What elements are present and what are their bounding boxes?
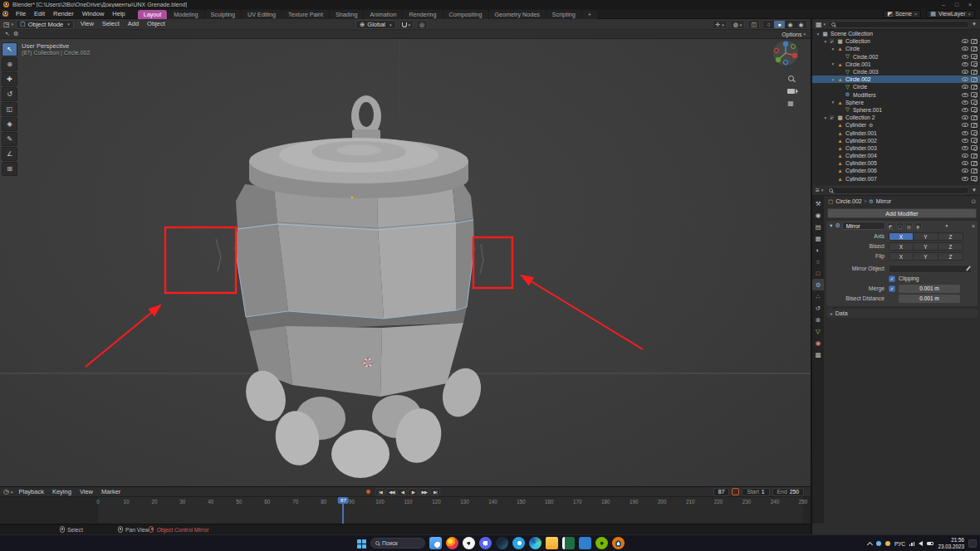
scale-tool[interactable]: ◱: [2, 102, 17, 116]
transform-tool[interactable]: ◈: [2, 117, 17, 131]
preview-range-icon[interactable]: [732, 488, 739, 495]
viewport-menu-view[interactable]: View: [76, 19, 98, 29]
hide-in-viewport-eye-icon[interactable]: [962, 115, 968, 119]
taskbar-icon-steam[interactable]: [496, 537, 508, 549]
workspace-tab-shading[interactable]: Shading: [330, 10, 363, 19]
flip-x-toggle[interactable]: X: [889, 252, 914, 261]
taskbar-icon-blender[interactable]: [612, 537, 625, 549]
volume-icon[interactable]: [919, 541, 923, 546]
xray-toggle[interactable]: ◫: [747, 20, 760, 29]
navigation-gizmo[interactable]: [772, 40, 799, 66]
move-tool[interactable]: ✚: [2, 72, 17, 86]
viewlayer-selector[interactable]: ▤ ViewLayer ×: [926, 10, 975, 18]
next-keyframe[interactable]: ▶▶: [419, 488, 429, 496]
editor-type-icon[interactable]: ◳▾: [3, 21, 13, 28]
outliner-row[interactable]: ▾▲Circle.001: [812, 61, 980, 68]
notifications-icon[interactable]: [968, 539, 977, 548]
outliner-row[interactable]: ▽Circle.002: [812, 53, 980, 61]
taskbar-icon-explorer[interactable]: [546, 537, 558, 549]
disable-in-render-camera-icon[interactable]: [971, 123, 978, 128]
hide-in-viewport-eye-icon[interactable]: [962, 39, 968, 43]
menu-window[interactable]: Window: [78, 9, 109, 19]
viewport-menu-add[interactable]: Add: [124, 19, 143, 29]
battery-icon[interactable]: [927, 542, 933, 545]
disclosure-expanded-icon[interactable]: ▾: [830, 61, 836, 66]
data-section[interactable]: ▸ Data: [826, 309, 978, 318]
properties-editor-icon[interactable]: ≡▾: [816, 187, 823, 194]
hide-in-viewport-eye-icon[interactable]: [962, 85, 968, 89]
menu-file[interactable]: File: [12, 9, 30, 19]
timeline-menu-marker[interactable]: Marker: [97, 487, 125, 497]
workspace-tab-uv-editing[interactable]: UV Editing: [242, 10, 282, 19]
outliner-row[interactable]: ▲Cylinder.005: [812, 159, 980, 167]
show-realtime-icon[interactable]: ▤: [905, 222, 913, 230]
properties-filter-icon[interactable]: ▼: [972, 188, 977, 193]
axis-y-toggle[interactable]: Y: [914, 232, 938, 241]
disable-in-render-camera-icon[interactable]: [971, 85, 978, 90]
add-cube-tool[interactable]: ⊞: [2, 162, 17, 176]
camera-view-icon[interactable]: [785, 85, 796, 96]
properties-tab-world[interactable]: ○: [812, 256, 824, 267]
properties-tab-scene[interactable]: ◐: [812, 244, 824, 256]
timeline-menu-keying[interactable]: Keying: [48, 487, 76, 497]
viewport-menu-select[interactable]: Select: [98, 19, 124, 29]
toggle-ortho-icon[interactable]: ▦: [785, 98, 796, 109]
previous-keyframe[interactable]: ◀◀: [386, 488, 396, 496]
tray-expand-icon[interactable]: [867, 541, 873, 547]
taskbar-icon-nvidia[interactable]: [595, 537, 608, 549]
outliner-filter-icon[interactable]: ▼: [972, 22, 977, 27]
overlays-dropdown[interactable]: ◍▾: [730, 20, 746, 29]
breadcrumb-modifier[interactable]: Mirror: [876, 198, 891, 204]
outliner-row[interactable]: ▾▲Circle.002: [812, 76, 980, 83]
eyedropper-icon[interactable]: [966, 266, 971, 271]
menu-edit[interactable]: Edit: [30, 9, 49, 19]
snap-magnet-icon[interactable]: ▾: [399, 20, 414, 29]
playhead[interactable]: 87: [342, 497, 344, 524]
hide-in-viewport-eye-icon[interactable]: [962, 154, 968, 158]
disable-in-render-camera-icon[interactable]: [971, 46, 978, 51]
disable-in-render-camera-icon[interactable]: [971, 54, 978, 59]
tray-app-icon-2[interactable]: [885, 541, 890, 546]
outliner-row[interactable]: ▲Cylinder.001: [812, 129, 980, 136]
gizmos-dropdown[interactable]: ✛▾: [712, 20, 727, 29]
properties-search-input[interactable]: [826, 187, 969, 194]
jump-to-end[interactable]: ▶|: [430, 488, 440, 496]
zoom-icon[interactable]: [785, 73, 796, 84]
mode-dropdown[interactable]: ▢ Object Mode ▾: [16, 20, 74, 29]
outliner-row[interactable]: ▲Cylinder.006: [812, 167, 980, 174]
timeline-menu-playback[interactable]: Playback: [15, 487, 48, 497]
outliner-row[interactable]: ▲Cylinder⚙: [812, 121, 980, 129]
proportional-edit-icon[interactable]: ◎: [416, 20, 428, 29]
disclosure-expanded-icon[interactable]: ▾: [822, 39, 829, 44]
disable-in-render-camera-icon[interactable]: [971, 61, 978, 66]
clipping-checkbox[interactable]: ✓: [889, 276, 895, 282]
disable-in-render-camera-icon[interactable]: [971, 39, 978, 44]
hide-in-viewport-eye-icon[interactable]: [962, 55, 968, 59]
properties-tab-physics[interactable]: ↺: [812, 302, 824, 314]
taskbar-icon-chatgpt[interactable]: [463, 537, 475, 549]
menu-render[interactable]: Render: [49, 9, 78, 19]
outliner-row[interactable]: ▲Cylinder.004: [812, 152, 980, 159]
disable-in-render-camera-icon[interactable]: [971, 115, 978, 120]
disable-in-render-camera-icon[interactable]: [971, 92, 978, 97]
outliner-row[interactable]: ⚙Modifiers: [812, 91, 980, 99]
panel-expand-icon[interactable]: ▼: [829, 223, 833, 228]
workspace-tab-compositing[interactable]: Compositing: [443, 10, 488, 19]
timeline-ruler[interactable]: 87 0102030405060708090100110120130140150…: [0, 497, 811, 524]
show-render-icon[interactable]: ◉: [914, 222, 922, 230]
hide-in-viewport-eye-icon[interactable]: [962, 131, 968, 135]
menu-help[interactable]: Help: [108, 9, 129, 19]
workspace-tab-scripting[interactable]: Scripting: [546, 10, 581, 19]
outliner-row[interactable]: ▲Cylinder.002: [812, 137, 980, 144]
disable-in-render-camera-icon[interactable]: [971, 100, 978, 105]
disable-in-render-camera-icon[interactable]: [971, 77, 978, 82]
shading-material-icon[interactable]: ◉: [785, 21, 796, 28]
workspace-tab-layout[interactable]: Layout: [138, 10, 168, 19]
scene-selector[interactable]: ◩ Scene ×: [883, 10, 921, 18]
delete-modifier-icon[interactable]: ×: [972, 223, 975, 229]
pin-icon[interactable]: ⊙: [971, 198, 976, 205]
cursor-tool[interactable]: ⊕: [2, 57, 17, 71]
outliner-row[interactable]: ▾✓▦Collection: [812, 37, 980, 45]
shading-solid-icon[interactable]: ●: [774, 21, 785, 28]
taskbar-icon-weather[interactable]: [429, 537, 442, 549]
